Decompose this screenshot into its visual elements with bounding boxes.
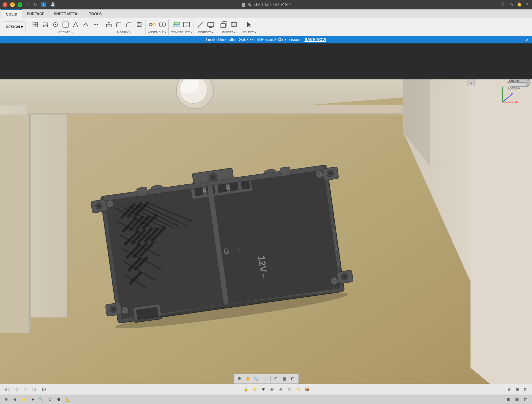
package-btn[interactable]: 📦 [303, 386, 311, 393]
asterisk-btn[interactable]: ✱ [260, 386, 267, 393]
maximize-button[interactable]: + [17, 2, 22, 7]
svg-rect-49 [0, 115, 30, 333]
status-btn-8[interactable]: 📐 [64, 396, 71, 403]
svg-point-9 [55, 24, 56, 25]
assemble-label: ASSEMBLE ▾ [148, 31, 167, 34]
extensions-button[interactable]: ⬡ [500, 2, 506, 7]
nav-next[interactable]: ▷ [22, 386, 29, 393]
display-mode-btn[interactable]: ▦ [281, 375, 288, 382]
status-btn-2[interactable]: 👁 [11, 396, 19, 403]
more-create-btn[interactable] [91, 20, 100, 29]
insert-mesh-btn[interactable] [219, 20, 229, 29]
svg-rect-132 [136, 187, 148, 196]
svg-point-12 [94, 24, 95, 25]
origin-btn[interactable]: ◎ [277, 386, 285, 393]
svg-rect-10 [63, 22, 68, 27]
chamfer-btn[interactable] [124, 20, 134, 29]
account-button[interactable]: LA [507, 2, 514, 7]
tab-tools[interactable]: TOOLS [84, 9, 107, 18]
help-button[interactable]: ? [525, 2, 529, 7]
sketch-btn[interactable]: ⬡ [286, 386, 293, 393]
zoom-btn[interactable]: 🔍 [253, 375, 260, 382]
eye-btn[interactable]: 👁 [269, 386, 276, 393]
status-btn-1[interactable]: ⚙ [3, 396, 10, 403]
nav-prev-prev[interactable]: ◁◁ [3, 386, 10, 393]
nav-end[interactable]: ▷| [40, 386, 48, 393]
tab-sheetmetal[interactable]: SHEET METAL [49, 9, 84, 18]
fillet-btn[interactable] [114, 20, 124, 29]
design-dropdown[interactable]: DESIGN ▾ [3, 22, 26, 32]
create-group: CREATE ▾ [29, 19, 102, 35]
offset-plane-btn[interactable] [172, 20, 181, 29]
status-btn-5[interactable]: 🔧 [38, 396, 45, 403]
promo-link[interactable]: SAVE NOW [304, 37, 326, 42]
home-button: ⌂ [467, 79, 475, 86]
status-bar: ⚙ 👁 ⭐ ✱ 🔧 ⬡ ⬢ 📐 ⊞ ▦ ◫ [0, 395, 532, 404]
lock-btn[interactable]: 🔒 [242, 386, 250, 393]
rib-btn[interactable] [81, 20, 90, 29]
svg-text:G: G [223, 247, 230, 256]
insert-group: INSERT ▾ [218, 19, 240, 35]
fit-btn[interactable]: ↔ [261, 375, 269, 382]
assemble-group: ASSEMBLE ▾ [146, 19, 169, 35]
star-btn[interactable]: ⭐ [251, 386, 258, 393]
svg-point-35 [232, 23, 233, 25]
svg-rect-39 [27, 105, 464, 114]
grid-status-btn[interactable]: ⊞ [505, 386, 513, 393]
tab-solid[interactable]: SOLID [1, 9, 22, 18]
construct-group: CONSTRUCT ▾ [169, 19, 194, 35]
status-btn-4[interactable]: ✱ [29, 396, 36, 403]
minimize-button[interactable]: − [10, 2, 15, 7]
construct-icons [172, 20, 191, 29]
nav-prev[interactable]: ◁ [12, 386, 19, 393]
save-button[interactable]: 💾 [49, 2, 56, 7]
nav-back-button[interactable]: ◁ [25, 2, 30, 7]
status-btn-6[interactable]: ⬡ [46, 396, 54, 403]
notifications-button[interactable]: 🔔 [516, 2, 523, 7]
extrude-btn[interactable] [41, 20, 50, 29]
status-right-3[interactable]: ◫ [522, 396, 529, 403]
joint-btn[interactable] [148, 20, 157, 29]
shell-btn[interactable] [134, 20, 144, 29]
nav-next-next[interactable]: ▷▷ [31, 386, 38, 393]
press-pull-btn[interactable] [104, 20, 114, 29]
status-right-2[interactable]: ▦ [513, 396, 521, 403]
midplane-btn[interactable] [182, 20, 191, 29]
measure-status-btn[interactable]: 📏 [295, 386, 302, 393]
snap-status-btn[interactable]: ◫ [522, 386, 529, 393]
status-btn-7[interactable]: ⬢ [55, 396, 63, 403]
revolve-btn[interactable] [51, 20, 60, 29]
grid-btn[interactable]: ⊞ [272, 375, 280, 382]
close-button[interactable]: × [3, 2, 7, 7]
svg-rect-17 [138, 24, 140, 26]
nav-forward-button[interactable]: ▷ [33, 2, 38, 7]
snap-btn[interactable]: ⊟ [289, 375, 296, 382]
sweep-btn[interactable] [61, 20, 70, 29]
svg-rect-40 [27, 113, 464, 115]
status-btn-3[interactable]: ⭐ [20, 396, 28, 403]
title-bar-center: Sand Art Table V1 v135* [241, 2, 291, 7]
measure-btn[interactable] [196, 20, 205, 29]
add-tab-button[interactable]: + [494, 2, 498, 7]
pan-btn[interactable]: ✋ [244, 375, 252, 382]
svg-text:⌂: ⌂ [469, 80, 472, 85]
select-btn[interactable] [245, 20, 254, 29]
motion-link-btn[interactable] [158, 20, 167, 29]
orbit-btn[interactable]: ⚙ [236, 375, 243, 382]
loft-btn[interactable] [71, 20, 80, 29]
viewport[interactable]: 12V← DIYMACHINES.CO.UK 5V 12V G [0, 79, 532, 404]
inspect-icons [196, 20, 215, 29]
insert-svg-btn[interactable] [229, 20, 239, 29]
display-status-btn[interactable]: ▦ [514, 386, 521, 393]
tab-row: SOLID SURFACE SHEET METAL TOOLS [0, 9, 532, 18]
title-bar-right: + ⬡ LA 🔔 ? [494, 2, 529, 7]
promo-banner: Limited time offer. Get 30% off Fusion 3… [0, 36, 532, 43]
promo-close-button[interactable]: × [526, 37, 529, 42]
select-icons [245, 20, 254, 29]
display-settings-btn[interactable] [206, 20, 215, 29]
svg-rect-133 [280, 167, 291, 176]
svg-rect-16 [137, 23, 141, 27]
new-component-btn[interactable] [31, 20, 40, 29]
status-right-1[interactable]: ⊞ [504, 396, 512, 403]
tab-surface[interactable]: SURFACE [22, 9, 49, 18]
